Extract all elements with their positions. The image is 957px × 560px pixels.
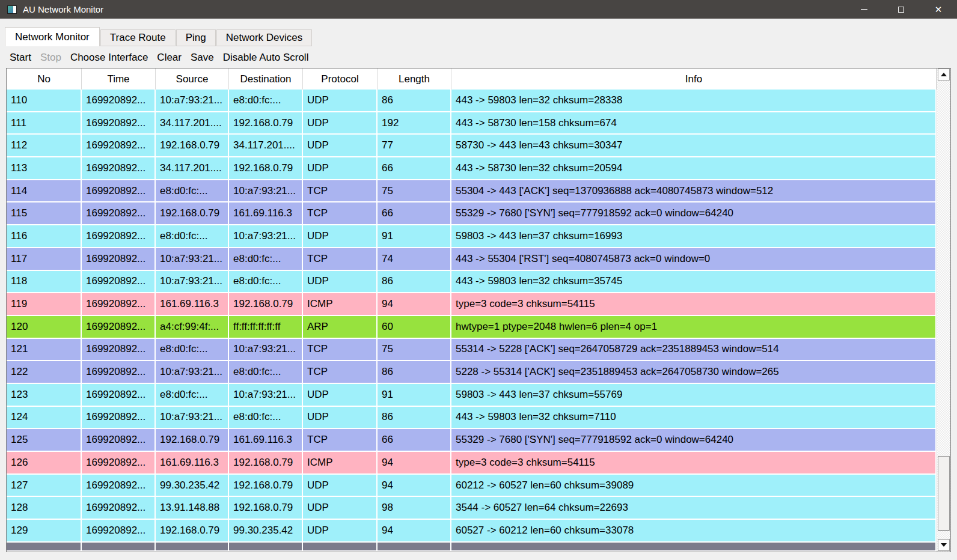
cell-source: 161.69.116.3 (156, 293, 229, 316)
cell-source: e8:d0:fc:... (156, 225, 229, 248)
cell-protocol (303, 543, 378, 552)
cell-no: 117 (7, 248, 82, 271)
start-button[interactable]: Start (10, 52, 31, 64)
cell-time: 169920892... (82, 339, 156, 362)
tab-network-monitor[interactable]: Network Monitor (5, 27, 100, 46)
cell-source: 192.168.0.79 (156, 135, 229, 157)
cell-length: 66 (378, 157, 451, 180)
cell-source: a4:cf:99:4f:... (156, 316, 229, 339)
table-row[interactable]: 122169920892...10:a7:93:21...e8:d0:fc:..… (7, 361, 937, 384)
cell-length (378, 543, 451, 552)
tab-ping[interactable]: Ping (176, 29, 216, 46)
window-controls: ✕ (845, 0, 957, 19)
header-length[interactable]: Length (378, 68, 451, 90)
cell-source: 13.91.148.88 (156, 497, 229, 520)
choose-interface-button[interactable]: Choose Interface (70, 52, 148, 64)
scroll-down-button[interactable] (938, 539, 950, 551)
header-destination[interactable]: Destination (229, 68, 303, 90)
cell-length: 192 (378, 112, 451, 135)
cell-destination: e8:d0:fc:... (229, 248, 303, 271)
cell-source: 99.30.235.42 (156, 475, 229, 498)
save-button[interactable]: Save (191, 52, 214, 64)
header-protocol[interactable]: Protocol (303, 68, 378, 90)
table-row[interactable]: 110169920892...10:a7:93:21...e8:d0:fc:..… (7, 90, 937, 112)
cell-destination: 34.117.201.... (229, 135, 303, 157)
header-info[interactable]: Info (451, 68, 937, 90)
table-row[interactable]: 116169920892...e8:d0:fc:...10:a7:93:21..… (7, 225, 937, 248)
toolbar: Start Stop Choose Interface Clear Save D… (10, 50, 308, 65)
table-row[interactable]: 117169920892...10:a7:93:21...e8:d0:fc:..… (7, 248, 937, 271)
cell-destination: 192.168.0.79 (229, 452, 303, 475)
table-row[interactable]: 129169920892...192.168.0.7999.30.235.42U… (7, 520, 937, 543)
cell-source: e8:d0:fc:... (156, 384, 229, 407)
tab-trace-route[interactable]: Trace Route (100, 29, 176, 46)
table-row[interactable]: 121169920892...e8:d0:fc:...10:a7:93:21..… (7, 339, 937, 362)
cell-length: 75 (378, 339, 451, 362)
cell-info (451, 543, 937, 552)
cell-protocol: ICMP (303, 452, 378, 475)
scroll-up-button[interactable] (938, 68, 950, 81)
scrollbar-thumb[interactable] (938, 456, 950, 531)
tab-label: Network Devices (226, 32, 303, 44)
clear-button[interactable]: Clear (157, 52, 182, 64)
cell-time: 169920892... (82, 452, 156, 475)
cell-length: 74 (378, 248, 451, 271)
table-row[interactable]: 127169920892...99.30.235.42192.168.0.79U… (7, 475, 937, 498)
cell-time: 169920892... (82, 112, 156, 135)
cell-no: 122 (7, 361, 82, 384)
minimize-button[interactable] (845, 0, 882, 19)
cell-length: 60 (378, 316, 451, 339)
header-source[interactable]: Source (156, 68, 229, 90)
cell-protocol: UDP (303, 384, 378, 407)
cell-info: 443 -> 58730 len=32 chksum=20594 (451, 157, 937, 180)
cell-length: 91 (378, 225, 451, 248)
cell-time: 169920892... (82, 429, 156, 452)
cell-source: 34.117.201.... (156, 157, 229, 180)
stop-button: Stop (40, 52, 61, 64)
header-no[interactable]: No (7, 68, 82, 90)
table-row[interactable]: 126169920892...161.69.116.3192.168.0.79I… (7, 452, 937, 475)
table-row[interactable]: 112169920892...192.168.0.7934.117.201...… (7, 135, 937, 157)
cell-info: 443 -> 59803 len=32 chksum=35745 (451, 271, 937, 294)
close-button[interactable]: ✕ (920, 0, 957, 19)
cell-protocol: TCP (303, 248, 378, 271)
cell-no: 114 (7, 180, 82, 203)
header-time[interactable]: Time (82, 68, 156, 90)
cell-time: 169920892... (82, 497, 156, 520)
cell-protocol: UDP (303, 497, 378, 520)
table-row[interactable]: 118169920892...10:a7:93:21...e8:d0:fc:..… (7, 271, 937, 294)
table-row[interactable]: 128169920892...13.91.148.88192.168.0.79U… (7, 497, 937, 520)
table-row[interactable]: 123169920892...e8:d0:fc:...10:a7:93:21..… (7, 384, 937, 407)
cell-protocol: TCP (303, 180, 378, 203)
cell-info: 60527 -> 60212 len=60 chksum=33078 (451, 520, 937, 543)
table-row[interactable]: 113169920892...34.117.201....192.168.0.7… (7, 157, 937, 180)
tab-label: Trace Route (110, 32, 166, 44)
table-row[interactable]: 114169920892...e8:d0:fc:...10:a7:93:21..… (7, 180, 937, 203)
cell-no: 113 (7, 157, 82, 180)
cell-source: 10:a7:93:21... (156, 90, 229, 112)
table-rows: 110169920892...10:a7:93:21...e8:d0:fc:..… (7, 90, 937, 552)
table-row[interactable]: 111169920892...34.117.201....192.168.0.7… (7, 112, 937, 135)
cell-length: 94 (378, 452, 451, 475)
cell-time: 169920892... (82, 135, 156, 157)
vertical-scrollbar[interactable] (937, 68, 950, 552)
window-title: AU Network Monitor (23, 4, 103, 14)
table-row[interactable]: 124169920892...10:a7:93:21...e8:d0:fc:..… (7, 407, 937, 430)
table-row[interactable]: 119169920892...161.69.116.3192.168.0.79I… (7, 293, 937, 316)
cell-time: 169920892... (82, 157, 156, 180)
cell-time: 169920892... (82, 361, 156, 384)
tab-network-devices[interactable]: Network Devices (216, 29, 313, 46)
cell-info: type=3 code=3 chksum=54115 (451, 293, 937, 316)
cell-no: 116 (7, 225, 82, 248)
table-row[interactable]: 120169920892...a4:cf:99:4f:...ff:ff:ff:f… (7, 316, 937, 339)
table-row[interactable]: 125169920892...192.168.0.79161.69.116.3T… (7, 429, 937, 452)
maximize-button[interactable] (882, 0, 920, 19)
cell-time: 169920892... (82, 316, 156, 339)
cell-destination: e8:d0:fc:... (229, 407, 303, 430)
cell-destination: 161.69.116.3 (229, 202, 303, 225)
table-row[interactable]: 115169920892...192.168.0.79161.69.116.3T… (7, 202, 937, 225)
cell-protocol: UDP (303, 135, 378, 157)
disable-auto-scroll-button[interactable]: Disable Auto Scroll (223, 52, 309, 64)
cell-destination: 192.168.0.79 (229, 497, 303, 520)
cell-info: 59803 -> 443 len=37 chksum=55769 (451, 384, 937, 407)
